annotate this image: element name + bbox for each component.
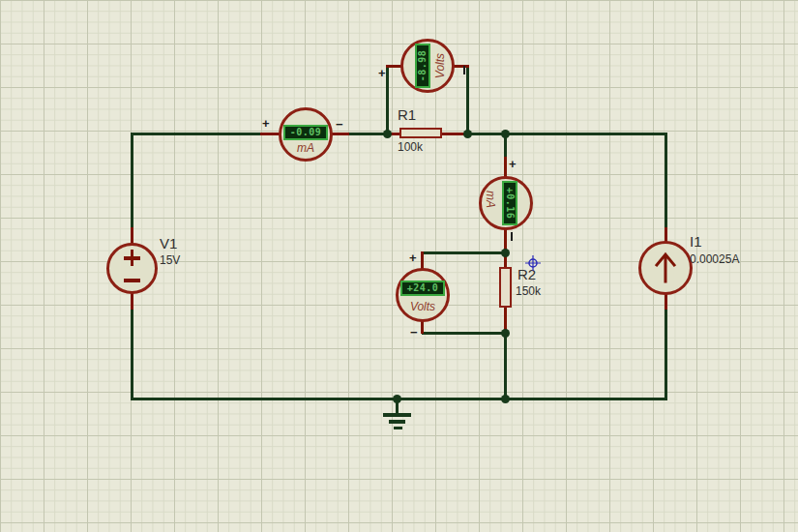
r2-value-label: 150k — [516, 284, 541, 298]
voltmeter-mid-unit-label: Volts — [400, 300, 445, 313]
plus-mark: + — [378, 69, 386, 78]
ammeter-mid-readout: +0.16 — [502, 181, 517, 225]
pin-ammeter-top-right — [332, 133, 349, 135]
wire-top-right[interactable] — [467, 133, 667, 135]
junction-dot — [501, 395, 510, 403]
junction-dot — [501, 249, 510, 257]
junction-dot — [501, 130, 510, 138]
voltmeter-top-unit-label: Volts — [433, 44, 447, 88]
plus-icon — [131, 250, 134, 266]
ammeter-mid-unit-label: mA — [484, 177, 497, 222]
resistor-r1-body[interactable] — [399, 128, 442, 138]
wire-r2-to-bottom[interactable] — [504, 333, 507, 399]
wire-voltmeter-mid-bottom-lead[interactable] — [422, 332, 507, 335]
minus-mark — [511, 232, 513, 241]
ammeter-top-readout: -0.09 — [283, 125, 328, 140]
minus-mark — [463, 66, 465, 74]
resistor-r2-body[interactable] — [499, 267, 512, 308]
ground-bar-2 — [389, 420, 405, 424]
minus-mark: − — [336, 120, 343, 130]
ground-bar-1 — [383, 413, 411, 417]
v1-value-label: 15V — [160, 253, 180, 267]
current-arrow-icon — [654, 251, 677, 285]
plus-mark: + — [509, 160, 517, 169]
ground-bar-3 — [394, 427, 402, 429]
wire-voltmeter-top-left-lead[interactable] — [386, 65, 389, 134]
schematic-canvas[interactable]: -8.98 Volts + -0.09 mA + − R1 100k +0.16… — [0, 0, 798, 532]
voltmeter-mid-readout: +24.0 — [400, 281, 445, 296]
pin-ammeter-top-left — [260, 133, 280, 135]
junction-dot — [383, 130, 392, 138]
origin-marker-icon — [525, 255, 541, 271]
plus-mark: + — [262, 119, 270, 129]
r1-ref-label: R1 — [398, 106, 416, 123]
junction-dot — [501, 329, 510, 338]
minus-mark: − — [410, 328, 418, 338]
junction-dot — [463, 130, 472, 138]
ground-symbol[interactable] — [396, 399, 399, 414]
i1-ref-label: I1 — [690, 233, 702, 250]
v1-ref-label: V1 — [160, 235, 177, 251]
pin-voltmeter-top-right — [453, 65, 469, 68]
voltmeter-top-readout: -8.98 — [415, 44, 430, 88]
wire-voltmeter-mid-top-lead[interactable] — [422, 251, 507, 254]
ammeter-top-unit-label: mA — [283, 141, 328, 155]
pin-ammeter-mid-top — [504, 157, 507, 178]
wire-voltmeter-top-right-lead[interactable] — [466, 65, 469, 134]
r1-value-label: 100k — [398, 140, 423, 154]
i1-value-label: 0.00025A — [690, 252, 739, 266]
plus-mark: + — [409, 253, 417, 263]
minus-icon — [124, 279, 140, 282]
pin-voltmeter-mid-bottom — [421, 320, 424, 334]
